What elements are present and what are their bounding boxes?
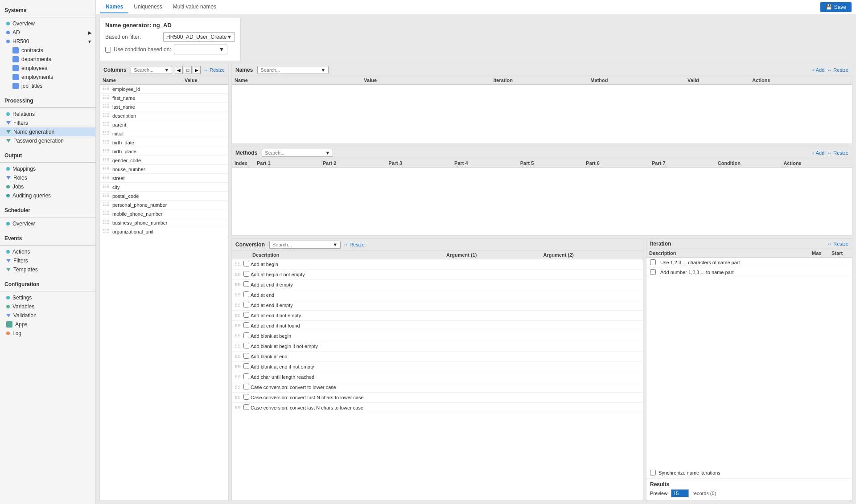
conversion-row[interactable]: ⠿⠿ Add blank at end if not empty	[232, 362, 643, 372]
conv-check[interactable]	[243, 291, 251, 299]
sidebar-item-validation[interactable]: Validation	[0, 311, 95, 320]
sidebar-item-templates[interactable]: Templates	[0, 265, 95, 274]
names-search-box[interactable]: ▼	[257, 66, 329, 74]
tab-uniqueness[interactable]: Uniqueness	[128, 1, 167, 13]
column-row[interactable]: ⠿⠿ birth_date	[100, 138, 228, 147]
names-search-input[interactable]	[260, 67, 321, 73]
sidebar-item-roles[interactable]: Roles	[0, 173, 95, 182]
nav-square-button[interactable]: □	[184, 66, 192, 74]
sidebar-item-jobs[interactable]: Jobs	[0, 182, 95, 191]
based-on-filter-select[interactable]: HR500_AD_User_Create ▼	[163, 32, 235, 42]
sidebar-item-contracts[interactable]: contracts	[0, 46, 95, 55]
sidebar-item-log[interactable]: Log	[0, 329, 95, 338]
methods-search-input[interactable]	[265, 150, 325, 156]
sidebar-item-settings[interactable]: Settings	[0, 293, 95, 302]
tab-names[interactable]: Names	[100, 1, 128, 13]
use-condition-checkbox[interactable]	[105, 47, 111, 53]
conversion-row[interactable]: ⠿⠿ Add at end if empty	[232, 280, 643, 290]
column-row[interactable]: ⠿⠿ first_name	[100, 94, 228, 102]
sidebar-item-overview-scheduler[interactable]: Overview	[0, 219, 95, 228]
column-row[interactable]: ⠿⠿ business_phone_number	[100, 218, 228, 227]
conv-check[interactable]	[243, 312, 251, 319]
column-row[interactable]: ⠿⠿ gender_code	[100, 156, 228, 165]
methods-add-button[interactable]: + Add	[812, 150, 824, 156]
column-row[interactable]: ⠿⠿ initial	[100, 129, 228, 138]
column-row[interactable]: ⠿⠿ description	[100, 111, 228, 120]
conversion-row[interactable]: ⠿⠿ Add at begin	[232, 259, 643, 270]
column-row[interactable]: ⠿⠿ street	[100, 174, 228, 183]
conversion-search-box[interactable]: ▼	[269, 241, 341, 249]
sidebar-item-mappings[interactable]: Mappings	[0, 164, 95, 173]
conv-check[interactable]	[243, 363, 251, 370]
iteration-resize-button[interactable]: ↔ Resize	[827, 241, 848, 246]
sidebar-item-departments[interactable]: departments	[0, 55, 95, 64]
columns-search-input[interactable]	[134, 67, 164, 73]
conv-check[interactable]	[243, 281, 251, 288]
sidebar-item-employees[interactable]: employees	[0, 64, 95, 73]
methods-search-box[interactable]: ▼	[262, 149, 333, 157]
conversion-row[interactable]: ⠿⠿ Add blank at begin if not empty	[232, 341, 643, 352]
column-row[interactable]: ⠿⠿ house_number	[100, 165, 228, 174]
sidebar-item-apps[interactable]: Apps	[0, 320, 95, 329]
conv-check[interactable]	[243, 332, 251, 340]
conversion-row[interactable]: ⠿⠿ Add at begin if not empty	[232, 270, 643, 280]
conv-check[interactable]	[243, 302, 251, 309]
conversion-search-input[interactable]	[272, 242, 333, 247]
conversion-row[interactable]: ⠿⠿ Case conversion: convert first N char…	[232, 393, 643, 403]
iter-check-0[interactable]	[650, 259, 656, 265]
conv-check[interactable]	[243, 271, 251, 278]
names-resize-button[interactable]: ↔ Resize	[827, 67, 848, 73]
column-row[interactable]: ⠿⠿ birth_place	[100, 147, 228, 156]
column-row[interactable]: ⠿⠿ last_name	[100, 102, 228, 111]
conv-check[interactable]	[243, 353, 251, 360]
conv-check[interactable]	[243, 394, 251, 401]
conv-check[interactable]	[243, 261, 251, 268]
sidebar-item-overview-systems[interactable]: Overview	[0, 19, 95, 28]
sidebar-item-variables[interactable]: Variables	[0, 302, 95, 311]
sidebar-item-actions[interactable]: Actions	[0, 247, 95, 256]
conv-check[interactable]	[243, 322, 251, 329]
nav-prev-button[interactable]: ◀	[175, 66, 183, 74]
conv-check[interactable]	[243, 343, 251, 350]
column-row[interactable]: ⠿⠿ personal_phone_number	[100, 201, 228, 209]
column-row[interactable]: ⠿⠿ postal_code	[100, 192, 228, 201]
conv-check[interactable]	[243, 384, 251, 391]
sidebar-item-employments[interactable]: employments	[0, 73, 95, 82]
sidebar-item-filters-processing[interactable]: Filters	[0, 119, 95, 127]
conv-check[interactable]	[243, 404, 251, 411]
sidebar-item-hr500[interactable]: HR500 ▼	[0, 37, 95, 46]
sync-checkbox[interactable]	[650, 470, 656, 475]
iter-check-1[interactable]	[650, 269, 656, 275]
names-add-button[interactable]: + Add	[812, 67, 824, 73]
column-row[interactable]: ⠿⠿ employee_id	[100, 85, 228, 94]
nav-next-button[interactable]: ▶	[193, 66, 201, 74]
conversion-row[interactable]: ⠿⠿ Add at end if not empty	[232, 311, 643, 321]
sidebar-item-auditing-queries[interactable]: Auditing queries	[0, 191, 95, 200]
column-row[interactable]: ⠿⠿ mobile_phone_number	[100, 209, 228, 218]
conversion-row[interactable]: ⠿⠿ Case conversion: convert last N chars…	[232, 403, 643, 413]
save-button[interactable]: 💾 Save	[820, 2, 852, 12]
sidebar-item-password-generation[interactable]: Password generation	[0, 136, 95, 145]
sidebar-item-ad[interactable]: AD ▶	[0, 28, 95, 37]
tab-multi-value-names[interactable]: Multi-value names	[168, 1, 222, 13]
methods-resize-button[interactable]: ↔ Resize	[827, 150, 848, 156]
conversion-row[interactable]: ⠿⠿ Add at end if not found	[232, 321, 643, 331]
use-condition-select[interactable]: ▼	[174, 45, 227, 54]
sidebar-item-name-generation[interactable]: Name generation	[0, 127, 95, 136]
conversion-row[interactable]: ⠿⠿ Add at end if empty	[232, 300, 643, 311]
conversion-resize-button[interactable]: ↔ Resize	[343, 242, 365, 247]
conversion-row[interactable]: ⠿⠿ Add char until length reached	[232, 372, 643, 382]
sidebar-item-job-titles[interactable]: job_titles	[0, 82, 95, 90]
conversion-row[interactable]: ⠿⠿ Add at end	[232, 290, 643, 300]
conversion-row[interactable]: ⠿⠿ Add blank at begin	[232, 331, 643, 341]
column-row[interactable]: ⠿⠿ parent	[100, 120, 228, 129]
conversion-row[interactable]: ⠿⠿ Add blank at end	[232, 352, 643, 362]
conv-check[interactable]	[243, 373, 251, 381]
sidebar-item-filters-events[interactable]: Filters	[0, 256, 95, 265]
sidebar-item-relations[interactable]: Relations	[0, 110, 95, 119]
columns-search-box[interactable]: ▼	[131, 66, 172, 74]
columns-resize-button[interactable]: ↔ Resize	[203, 67, 225, 73]
preview-input[interactable]	[671, 489, 689, 497]
column-row[interactable]: ⠿⠿ city	[100, 183, 228, 192]
conversion-row[interactable]: ⠿⠿ Case conversion: convert to lower cas…	[232, 382, 643, 393]
